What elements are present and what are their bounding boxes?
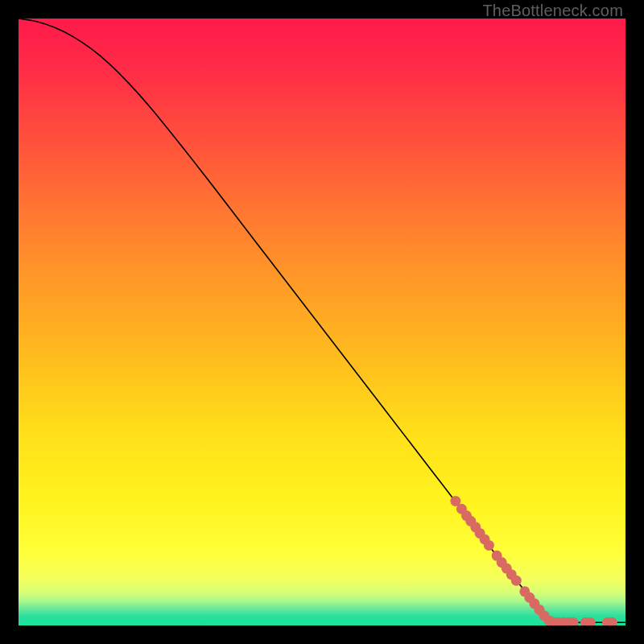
gradient-background [19, 19, 625, 625]
data-dot [511, 576, 522, 586]
watermark-text: TheBottleneck.com [482, 2, 623, 20]
data-dot [484, 540, 494, 551]
chart-frame [19, 19, 625, 625]
chart-svg [19, 19, 625, 625]
